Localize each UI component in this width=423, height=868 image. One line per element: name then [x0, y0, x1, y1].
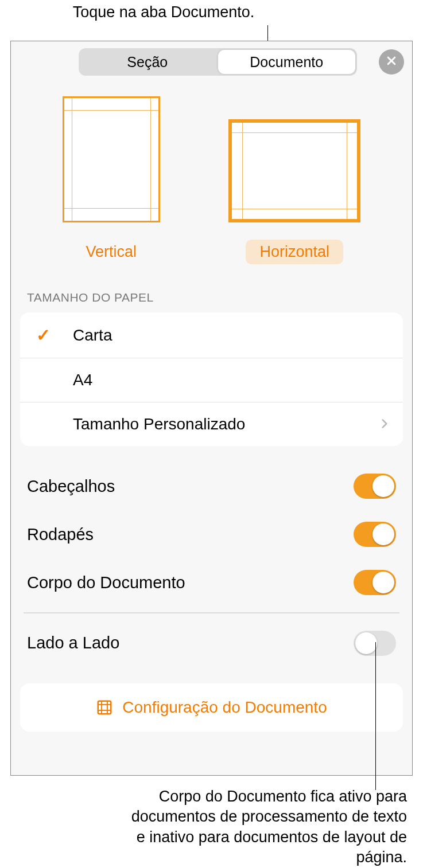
orientation-landscape[interactable]: Horizontal [228, 119, 360, 264]
tab-segmented-control: Seção Documento [79, 48, 357, 76]
paper-size-custom[interactable]: Tamanho Personalizado [20, 402, 403, 446]
paper-size-list: ✓ Carta A4 Tamanho Personalizado [20, 312, 403, 446]
footers-label: Rodapés [27, 525, 94, 544]
orientation-portrait-label: Vertical [72, 240, 150, 264]
checkmark-container: ✓ [36, 325, 73, 345]
callout-top-text: Toque na aba Documento. [60, 0, 267, 24]
landscape-thumb-icon [228, 119, 360, 222]
document-body-toggle[interactable] [354, 570, 396, 595]
headers-label: Cabeçalhos [27, 477, 115, 496]
paper-size-header: TAMANHO DO PAPEL [11, 264, 412, 310]
orientation-portrait[interactable]: Vertical [63, 96, 160, 264]
portrait-thumb-icon [63, 96, 160, 222]
toggles-group-2: Lado a Lado [11, 619, 412, 667]
paper-size-a4[interactable]: A4 [20, 358, 403, 402]
orientation-selector: Vertical Horizontal [11, 84, 412, 264]
facing-pages-row: Lado a Lado [24, 619, 399, 667]
document-options-panel: Seção Documento Vertical Horizontal TAMA… [10, 41, 413, 776]
divider [24, 612, 399, 613]
document-body-row: Corpo do Documento [24, 558, 399, 607]
toggles-group: Cabeçalhos Rodapés Corpo do Documento [11, 462, 412, 607]
checkmark-icon: ✓ [36, 325, 51, 345]
panel-header: Seção Documento [11, 41, 412, 84]
callout-bottom-text: Corpo do Documento fica ativo para docum… [126, 787, 407, 869]
document-body-label: Corpo do Documento [27, 573, 185, 592]
tab-section[interactable]: Seção [79, 48, 216, 76]
facing-pages-label: Lado a Lado [27, 634, 119, 652]
close-icon [386, 54, 397, 70]
headers-toggle[interactable] [354, 474, 396, 499]
footers-toggle[interactable] [354, 522, 396, 547]
svg-rect-0 [98, 701, 111, 714]
paper-size-a4-label: A4 [73, 371, 390, 389]
chevron-right-icon [379, 415, 390, 433]
callout-bottom-line [375, 642, 377, 790]
paper-size-letter[interactable]: ✓ Carta [20, 312, 403, 358]
paper-size-letter-label: Carta [73, 326, 390, 345]
close-button[interactable] [379, 49, 404, 75]
document-setup-label: Configuração do Documento [122, 698, 327, 717]
orientation-landscape-label: Horizontal [246, 240, 343, 264]
paper-size-custom-label: Tamanho Personalizado [73, 415, 379, 433]
headers-row: Cabeçalhos [24, 462, 399, 510]
document-setup-icon [96, 699, 113, 716]
document-setup-button[interactable]: Configuração do Documento [20, 683, 403, 732]
footers-row: Rodapés [24, 510, 399, 558]
tab-document[interactable]: Documento [218, 50, 356, 74]
